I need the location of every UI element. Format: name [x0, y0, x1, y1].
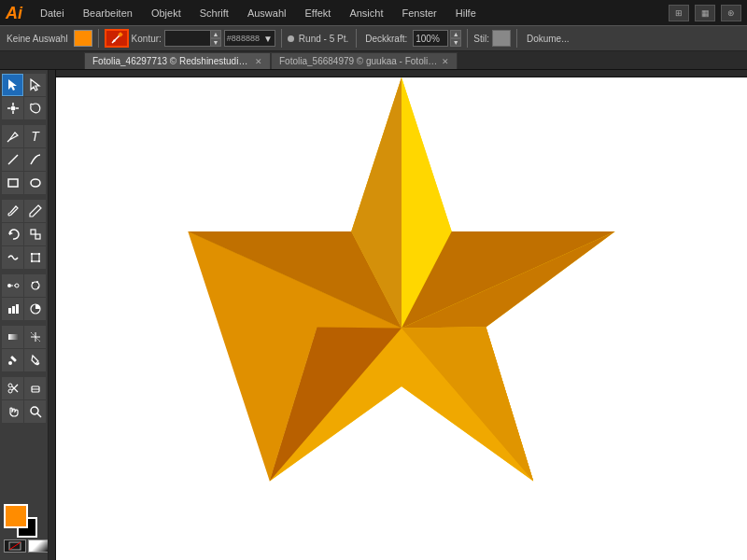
tab-1-close[interactable]: ✕ [255, 57, 262, 66]
tool-paintbucket[interactable] [24, 349, 46, 371]
scale-icon [29, 228, 42, 241]
warp-icon [7, 251, 20, 264]
menu-ansicht[interactable]: Ansicht [345, 6, 388, 21]
svg-rect-21 [38, 260, 40, 262]
tool-rect[interactable] [2, 172, 23, 194]
pencil-icon [29, 204, 42, 217]
svg-point-38 [8, 361, 12, 365]
contour-label: Kontur: [132, 34, 162, 44]
svg-point-28 [37, 287, 39, 288]
document-label: Dokume... [527, 34, 570, 44]
tool-arc[interactable] [24, 148, 46, 171]
toolbar-sep-5 [516, 29, 517, 48]
pen-tool-icon [110, 32, 123, 45]
direct-select-icon [29, 78, 42, 91]
menu-datei[interactable]: Datei [35, 6, 69, 21]
tool-barchart[interactable] [2, 298, 23, 320]
rect-icon [7, 176, 20, 189]
tool-pencil[interactable] [24, 200, 46, 222]
tool-arrow[interactable] [2, 74, 23, 96]
arrange-icon[interactable]: ⊞ [669, 5, 689, 21]
spin-down[interactable]: ▼ [210, 38, 221, 47]
svg-rect-17 [32, 254, 39, 261]
svg-rect-12 [8, 179, 18, 187]
contour-input[interactable] [164, 30, 211, 47]
tab-1[interactable]: Fotolia_46297713 © Redshinestudio - Foto… [84, 52, 271, 69]
titlebar: Ai Datei Bearbeiten Objekt Schrift Auswa… [0, 0, 747, 25]
menu-effekt[interactable]: Effekt [300, 6, 335, 21]
gradient-btn[interactable] [28, 539, 49, 553]
app-logo: Ai [6, 5, 22, 21]
tool-scissors[interactable] [2, 377, 23, 399]
tool-warp[interactable] [2, 246, 23, 269]
contour-spinner[interactable]: ▲ ▼ [210, 30, 221, 47]
tab-2-label: Fotolia_56684979 © guukaa - Fotolia.com.… [279, 56, 438, 66]
tool-pen[interactable] [2, 125, 23, 147]
tool-lasso[interactable] [24, 97, 46, 119]
tool-blend[interactable] [2, 274, 23, 297]
toolbox: T [0, 70, 49, 560]
opacity-spin-down[interactable]: ▼ [450, 38, 461, 47]
white-canvas[interactable] [56, 77, 747, 560]
tool-eraser[interactable] [24, 377, 46, 399]
menu-fenster[interactable]: Fenster [397, 6, 441, 21]
tool-text[interactable]: T [24, 125, 46, 147]
tool-scale[interactable] [24, 223, 46, 245]
paintbrush-icon [7, 204, 20, 217]
svg-line-46 [37, 413, 41, 417]
tool-rotate[interactable] [2, 223, 23, 245]
freetransform-icon [29, 251, 42, 264]
tool-freetransform[interactable] [24, 246, 46, 269]
svg-line-10 [7, 140, 9, 142]
tool-row-13 [2, 377, 46, 399]
ellipse-icon [29, 176, 42, 189]
mesh-icon [29, 330, 42, 343]
color-none-btn[interactable] [4, 539, 26, 553]
spin-up[interactable]: ▲ [210, 30, 221, 38]
style-box[interactable] [492, 30, 511, 47]
svg-marker-3 [8, 79, 17, 91]
symbol-spray-icon [29, 279, 42, 292]
selection-label: Keine Auswahl [7, 34, 68, 44]
menu-hilfe[interactable]: Hilfe [451, 6, 481, 21]
contour-dropdown[interactable]: #888888 ▼ [224, 30, 275, 47]
tool-ellipse[interactable] [24, 172, 46, 194]
tool-zoom[interactable] [24, 400, 46, 423]
toolbar-sep-1 [98, 29, 99, 48]
tool-magic-wand[interactable] [2, 97, 23, 119]
config-icon[interactable]: ⊛ [721, 5, 741, 21]
star-svg [56, 77, 747, 560]
tool-gradient[interactable] [2, 326, 23, 348]
svg-point-26 [32, 282, 34, 284]
tool-symbol[interactable] [24, 274, 46, 297]
active-tool-btn[interactable] [105, 29, 129, 48]
svg-rect-33 [8, 334, 18, 340]
svg-point-13 [31, 179, 40, 187]
tool-line[interactable] [2, 148, 23, 171]
tool-hand[interactable] [2, 400, 23, 423]
opacity-spin-up[interactable]: ▲ [450, 30, 461, 38]
canvas-area[interactable] [49, 70, 747, 560]
tool-row-7 [2, 223, 46, 245]
tool-row-9 [2, 274, 46, 297]
foreground-color-box[interactable] [4, 504, 28, 528]
tool-row-6 [2, 200, 46, 222]
menu-objekt[interactable]: Objekt [147, 6, 186, 21]
layout-icon[interactable]: ▦ [695, 5, 715, 21]
tool-eyedropper[interactable] [2, 349, 23, 371]
opacity-input[interactable] [413, 30, 448, 47]
tab-2[interactable]: Fotolia_56684979 © guukaa - Fotolia.com.… [271, 52, 458, 69]
menu-bearbeiten[interactable]: Bearbeiten [78, 6, 137, 21]
tool-piechart[interactable] [24, 298, 46, 320]
tab-2-close[interactable]: ✕ [442, 57, 449, 66]
tool-mesh[interactable] [24, 326, 46, 348]
tool-direct-select[interactable] [24, 74, 46, 96]
eraser-icon [29, 382, 42, 395]
tool-paintbrush[interactable] [2, 200, 23, 222]
menu-schrift[interactable]: Schrift [195, 6, 233, 21]
fill-color-box[interactable] [74, 30, 92, 47]
tab-bar: Fotolia_46297713 © Redshinestudio - Foto… [0, 51, 747, 70]
menu-auswahl[interactable]: Auswahl [243, 6, 291, 21]
opacity-spinner[interactable]: ▲ ▼ [450, 30, 461, 47]
tool-row-4 [2, 148, 46, 171]
